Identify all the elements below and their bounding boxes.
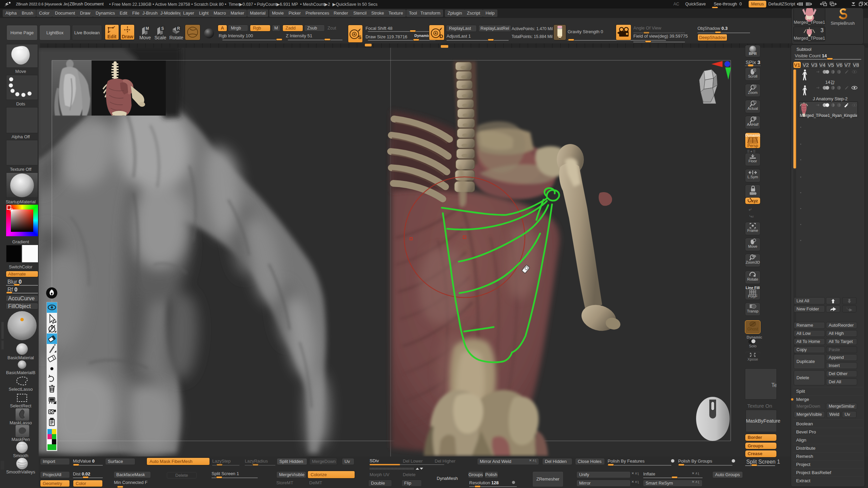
svg-text:S: S [358,34,361,40]
svg-text:M: M [146,26,149,31]
svg-text:S: S [161,26,164,31]
svg-text:xyz: xyz [751,199,758,203]
svg-text:D: D [439,33,443,39]
svg-text:R: R [177,26,180,31]
svg-text:1: 1 [754,101,756,104]
